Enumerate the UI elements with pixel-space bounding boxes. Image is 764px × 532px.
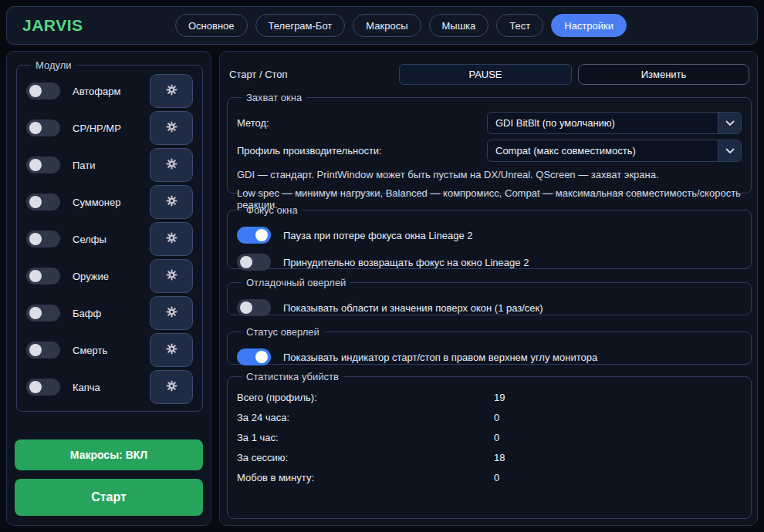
stat-row: Мобов в минуту: 0 xyxy=(237,467,742,487)
edit-hotkey-button[interactable]: Изменить xyxy=(578,64,749,85)
capture-profile-select[interactable]: Compat (макс совместимость) xyxy=(487,140,742,162)
module-toggle[interactable] xyxy=(26,342,60,359)
gear-icon xyxy=(165,157,178,173)
macros-state-button[interactable]: Макросы: ВКЛ xyxy=(15,439,203,470)
module-toggle[interactable] xyxy=(26,379,60,396)
module-row: Смерть xyxy=(26,332,193,369)
start-button[interactable]: Старт xyxy=(15,479,203,516)
gear-icon xyxy=(165,305,178,321)
module-row: Бафф xyxy=(26,295,193,332)
module-label: Селфы xyxy=(73,234,150,245)
app-logo: JARVIS xyxy=(22,16,83,35)
tab-telegram-bot[interactable]: Телеграм-Бот xyxy=(255,14,346,37)
gear-icon xyxy=(165,268,178,284)
capture-method-row: Метод: GDI BitBlt (по умолчанию) xyxy=(237,112,742,134)
toggle-knob xyxy=(29,307,42,319)
tab-mouse[interactable]: Мышка xyxy=(429,14,489,37)
focus-force-row: Принудительно возвращать фокус на окно L… xyxy=(237,253,742,271)
capture-profile-label: Профиль производительности: xyxy=(237,145,382,157)
module-settings-button[interactable] xyxy=(150,111,193,145)
module-toggle[interactable] xyxy=(26,305,60,322)
capture-method-value: GDI BitBlt (по умолчанию) xyxy=(488,117,718,129)
focus-pause-toggle[interactable] xyxy=(237,227,271,244)
tab-macros[interactable]: Макросы xyxy=(353,14,421,37)
start-stop-row: Старт / Стоп PAUSE Изменить xyxy=(229,64,749,85)
module-toggle[interactable] xyxy=(26,268,60,285)
stat-value: 0 xyxy=(494,412,499,423)
module-toggle[interactable] xyxy=(26,194,60,210)
focus-force-label: Принудительно возвращать фокус на окно L… xyxy=(283,257,529,268)
module-settings-button[interactable] xyxy=(150,370,193,404)
toggle-knob xyxy=(29,122,42,134)
debug-overlay-group: Отладочный оверлей Показывать области и … xyxy=(227,277,752,315)
gear-icon xyxy=(165,83,178,99)
toggle-knob xyxy=(29,85,42,97)
start-stop-label: Старт / Стоп xyxy=(229,69,399,80)
status-overlay-group: Статус оверлей Показывать индикатор стар… xyxy=(227,326,752,365)
gear-icon xyxy=(165,120,178,136)
stat-label: Мобов в минуту: xyxy=(237,472,494,483)
module-settings-button[interactable] xyxy=(150,259,193,293)
module-settings-button[interactable] xyxy=(150,74,193,108)
debug-overlay-label: Показывать области и значения поверх око… xyxy=(283,302,543,314)
toggle-knob xyxy=(29,270,42,282)
toggle-knob xyxy=(29,196,42,208)
module-label: Суммонер xyxy=(73,197,150,208)
module-label: Капча xyxy=(73,382,150,393)
module-row: Суммонер xyxy=(26,184,193,221)
toggle-knob xyxy=(29,344,42,356)
toggle-knob xyxy=(29,159,42,171)
status-overlay-legend: Статус оверлей xyxy=(242,326,324,338)
gear-icon xyxy=(165,231,178,247)
capture-group: Захват окна Метод: GDI BitBlt (по умолча… xyxy=(227,92,752,194)
module-row: Автофарм xyxy=(26,72,193,109)
module-row: Пати xyxy=(26,146,193,184)
chevron-down-icon xyxy=(718,113,741,133)
tab-settings[interactable]: Настройки xyxy=(551,14,627,37)
status-overlay-toggle[interactable] xyxy=(237,348,271,365)
toggle-knob xyxy=(255,229,268,241)
capture-method-select[interactable]: GDI BitBlt (по умолчанию) xyxy=(487,112,742,134)
module-toggle[interactable] xyxy=(26,231,60,247)
module-settings-button[interactable] xyxy=(150,148,193,182)
module-settings-button[interactable] xyxy=(150,296,193,330)
focus-force-toggle[interactable] xyxy=(237,254,271,271)
module-toggle[interactable] xyxy=(26,82,60,99)
module-toggle[interactable] xyxy=(26,120,60,136)
module-toggle[interactable] xyxy=(26,157,60,173)
kill-stats-legend: Статистика убийств xyxy=(242,371,343,382)
toggle-knob xyxy=(240,256,252,268)
pause-hotkey-button[interactable]: PAUSE xyxy=(399,64,572,85)
debug-overlay-toggle[interactable] xyxy=(237,299,271,316)
stat-value: 0 xyxy=(494,432,499,443)
stat-label: За 24 часа: xyxy=(237,412,494,423)
toggle-knob xyxy=(29,381,42,393)
stat-row: За сессию: 18 xyxy=(237,447,742,467)
tab-test[interactable]: Тест xyxy=(496,14,543,37)
toggle-knob xyxy=(240,301,252,314)
stat-label: Всего (профиль): xyxy=(237,392,494,403)
status-overlay-row: Показывать индикатор старт/стоп в правом… xyxy=(237,348,742,366)
capture-profile-value: Compat (макс совместимость) xyxy=(488,145,718,157)
debug-overlay-legend: Отладочный оверлей xyxy=(242,277,350,288)
modules-group: Модули Автофарм СР/НР/МР xyxy=(16,59,203,412)
debug-overlay-row: Показывать области и значения поверх око… xyxy=(237,298,742,317)
module-row: Оружие xyxy=(26,258,193,295)
kill-stats-group: Статистика убийств Всего (профиль): 19 З… xyxy=(227,371,752,519)
stat-value: 18 xyxy=(494,452,505,463)
module-label: Смерть xyxy=(73,345,150,356)
modules-legend: Модули xyxy=(31,59,76,71)
nav-tabs: Основное Телеграм-Бот Макросы Мышка Тест… xyxy=(175,14,627,37)
module-settings-button[interactable] xyxy=(150,222,193,256)
gear-icon xyxy=(165,342,178,358)
module-settings-button[interactable] xyxy=(150,185,193,219)
module-settings-button[interactable] xyxy=(150,333,193,367)
stat-label: За 1 час: xyxy=(237,432,494,443)
capture-method-label: Метод: xyxy=(237,117,269,129)
capture-hint-1: GDI — стандарт. PrintWindow может быть п… xyxy=(237,169,742,180)
capture-legend: Захват окна xyxy=(242,92,306,103)
stat-row: Всего (профиль): 19 xyxy=(237,387,742,407)
module-row: Капча xyxy=(26,369,193,406)
tab-main[interactable]: Основное xyxy=(175,14,248,37)
module-label: СР/НР/МР xyxy=(73,123,150,134)
